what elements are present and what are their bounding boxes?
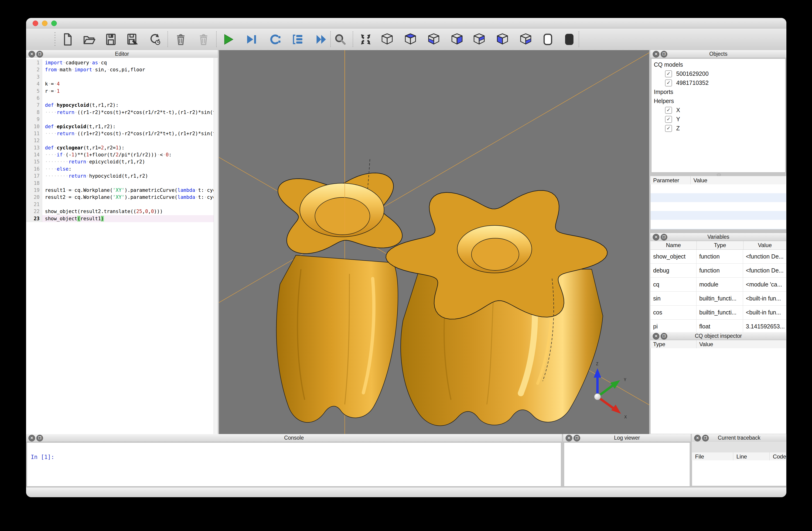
code-line[interactable]: 8····return·((r1-r2)*cos(t)+r2*cos(r1/r2… [26, 109, 214, 116]
code-line[interactable]: 15········return·epicycloid(t,r1,r2) [26, 158, 214, 165]
fit-all-button[interactable] [358, 32, 373, 47]
parameter-column-header[interactable]: Parameter [650, 176, 691, 185]
close-icon[interactable]: ✕ [566, 435, 572, 442]
close-icon[interactable]: ✕ [653, 333, 659, 340]
tree-item[interactable]: ✓4981710352 [652, 78, 785, 87]
delete-current-button[interactable] [173, 32, 188, 47]
close-window-button[interactable] [33, 20, 38, 26]
code-line[interactable]: 10def·epicycloid(t,r1,r2): [26, 123, 214, 130]
type-column-header[interactable]: Type [650, 340, 696, 349]
float-icon[interactable]: ❐ [37, 435, 43, 442]
tree-item[interactable]: ✓Y [652, 115, 785, 124]
view-back-button[interactable] [472, 32, 487, 47]
checkbox[interactable]: ✓ [665, 70, 672, 78]
code-line[interactable]: 1import·cadquery·as·cq [26, 59, 214, 66]
save-button[interactable] [103, 32, 118, 47]
view-left-button[interactable] [495, 32, 510, 47]
shaded-button[interactable] [562, 32, 577, 47]
tree-item[interactable]: ✓5001629200 [652, 69, 785, 78]
variable-row[interactable]: cqmodule<module 'ca... [650, 278, 786, 292]
traceback-body[interactable] [692, 460, 786, 486]
code-line[interactable]: 11····return·((r1+r2)*cos(t)-r2*cos(r1/r… [26, 130, 214, 137]
delete-all-button[interactable] [196, 32, 211, 47]
gear-left[interactable] [276, 159, 402, 422]
code-line[interactable]: 19result1·=·cq.Workplane('XY').parametri… [26, 187, 214, 194]
open-file-button[interactable] [82, 32, 97, 47]
variable-row[interactable]: cosbuiltin_functi...<built-in fun... [650, 306, 786, 320]
file-column-header[interactable]: File [692, 452, 733, 461]
variable-row[interactable]: show_objectfunction<function De... [650, 250, 786, 264]
inspector-body[interactable] [650, 348, 786, 434]
float-icon[interactable]: ❐ [661, 234, 667, 240]
code-line[interactable]: 22show_object(result2.translate((25,0,0)… [26, 208, 214, 215]
minimize-window-button[interactable] [42, 20, 47, 26]
save-as-button[interactable] [125, 32, 140, 47]
view-front-button[interactable] [450, 32, 464, 47]
objects-tree[interactable]: CQ models✓5001629200✓4981710352ImportsHe… [651, 58, 785, 172]
close-icon[interactable]: ✕ [28, 51, 35, 58]
debug-step-button[interactable] [244, 32, 259, 47]
view-bottom-button[interactable] [426, 32, 441, 47]
variable-row[interactable]: pifloat3.141592653... [650, 320, 786, 332]
code-line[interactable]: 20result2·=·cq.Workplane('XY').parametri… [26, 194, 214, 201]
code-line[interactable]: 9 [26, 116, 214, 123]
zoom-window-button[interactable] [51, 20, 57, 26]
view-right-button[interactable] [518, 32, 533, 47]
code-line[interactable]: 2from·math·import·sin,·cos,pi,floor [26, 66, 214, 73]
checkbox[interactable]: ✓ [665, 80, 672, 86]
code-line[interactable]: 6 [26, 95, 214, 102]
toolbar-handle[interactable] [55, 32, 55, 46]
view-iso-button[interactable] [380, 32, 395, 47]
reload-button[interactable] [147, 32, 162, 47]
float-icon[interactable]: ❐ [661, 333, 667, 340]
code-line[interactable]: 4k·=·4 [26, 81, 214, 87]
title-bar[interactable] [26, 18, 786, 28]
code-line[interactable]: 13def·cyclogear(t,r1=2,r2=1): [26, 144, 214, 151]
code-line[interactable]: 7def·hypocycloid(t,r1,r2): [26, 102, 214, 109]
type-column-header[interactable]: Type [697, 241, 743, 249]
value-column-header[interactable]: Value [696, 340, 786, 349]
continue-button[interactable] [314, 32, 329, 47]
close-icon[interactable]: ✕ [653, 51, 659, 58]
breakpoints-button[interactable] [267, 32, 282, 47]
code-line[interactable]: 3 [26, 73, 214, 81]
code-column-header[interactable]: Code [770, 452, 786, 461]
close-icon[interactable]: ✕ [28, 435, 35, 442]
float-icon[interactable]: ❐ [661, 51, 667, 58]
code-line[interactable]: 16····else: [26, 166, 214, 172]
tree-group-helpers[interactable]: Helpers [652, 97, 785, 106]
gear-right[interactable] [386, 191, 608, 425]
wireframe-button[interactable] [540, 32, 555, 47]
float-icon[interactable]: ❐ [702, 435, 709, 442]
parameter-table-body[interactable] [650, 184, 786, 229]
value-column-header[interactable]: Value [691, 176, 786, 185]
line-column-header[interactable]: Line [733, 452, 770, 461]
code-line[interactable]: 23show_object(result1) [26, 215, 214, 222]
close-icon[interactable]: ✕ [653, 234, 659, 240]
checkbox[interactable]: ✓ [665, 125, 672, 132]
value-column-header[interactable]: Value [743, 241, 786, 249]
editor-scrollbar[interactable] [214, 58, 218, 434]
code-line[interactable]: 17········return·hypocycloid(t,r1,r2) [26, 172, 214, 180]
new-file-button[interactable] [60, 32, 75, 47]
code-line[interactable]: 14····if·(-1)**(1+floor(t/2/pi*(r1/r2)))… [26, 151, 214, 158]
tree-group-imports[interactable]: Imports [652, 87, 785, 97]
tree-item[interactable]: ✓Z [652, 124, 785, 133]
code-lines[interactable]: 1import·cadquery·as·cq2from·math·import·… [26, 58, 214, 434]
variable-row[interactable]: sinbuiltin_functi...<built-in fun... [650, 292, 786, 306]
zoom-fit-button[interactable] [333, 32, 348, 47]
float-icon[interactable]: ❐ [574, 435, 580, 442]
console-output[interactable]: In [1]: [27, 443, 561, 487]
viewport-3d[interactable]: Z Y X [219, 50, 649, 434]
float-icon[interactable]: ❐ [37, 51, 43, 58]
name-column-header[interactable]: Name [650, 241, 697, 249]
view-top-button[interactable] [403, 32, 418, 47]
code-line[interactable]: 5r·=·1 [26, 88, 214, 95]
code-line[interactable]: 21 [26, 201, 214, 208]
variable-row[interactable]: debugfunction<function De... [650, 264, 786, 278]
log-viewer-body[interactable] [564, 443, 690, 487]
tree-group-cq-models[interactable]: CQ models [652, 60, 785, 69]
checkbox[interactable]: ✓ [665, 107, 672, 114]
tree-item[interactable]: ✓X [652, 106, 785, 115]
checkbox[interactable]: ✓ [665, 116, 672, 123]
